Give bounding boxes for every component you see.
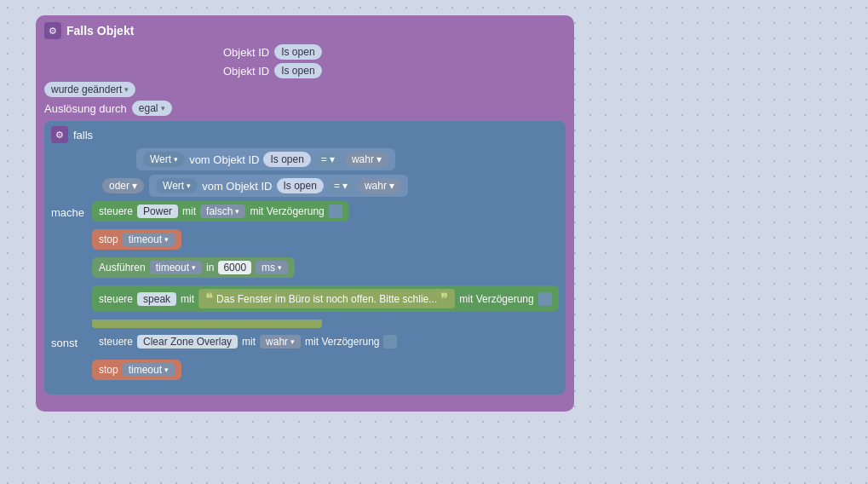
wahr-pill-sonst[interactable]: wahr ▾: [260, 335, 301, 349]
mit-label-3: mit: [242, 336, 256, 348]
mache-label: mache: [51, 201, 87, 219]
stop-block-1: stop timeout ▾: [92, 229, 181, 250]
oder-pill[interactable]: oder ▾: [102, 178, 144, 193]
steuere-label-1: steuere: [99, 205, 133, 217]
mit-verzog-label-2: mit Verzögerung: [459, 293, 533, 305]
stop-label-1: stop: [99, 233, 118, 245]
timeout-pill-2[interactable]: timeout ▾: [150, 261, 202, 274]
steuere-speak-block: steuere speak mit ❝ Das Fenster im Büro …: [92, 285, 559, 312]
sonst-section: sonst steuere Clear Zone Overlay mit wah…: [51, 331, 559, 388]
steuere-power-block: steuere Power mit falsch ▾ mit Verzögeru…: [92, 201, 349, 222]
wahr-pill-2[interactable]: wahr ▾: [358, 178, 401, 193]
vom-objekt-label-1: vom Objekt ID: [189, 153, 259, 166]
verzog-toggle-3[interactable]: [383, 335, 397, 349]
timeout-pill-3[interactable]: timeout ▾: [123, 363, 175, 377]
ausfuhren-label: Ausführen: [99, 262, 146, 274]
falls-inner-header: ⚙ falls: [51, 126, 559, 143]
eq-pill-2[interactable]: = ▾: [328, 178, 354, 193]
wurde-row: wurde geändert ▾: [44, 82, 566, 97]
main-block-container: ⚙ Falls Objekt Objekt ID Is open Objekt …: [36, 15, 574, 412]
falls-inner-block: ⚙ falls Wert ▾ vom Objekt ID Is open =: [44, 121, 566, 395]
wahr-pill-1[interactable]: wahr ▾: [345, 152, 388, 167]
stop-row-2: stop timeout ▾: [92, 360, 404, 384]
objekt-id-row-2: Objekt ID Is open: [223, 63, 566, 78]
objekt-id-label-1: Objekt ID: [223, 46, 269, 59]
oder-row: oder ▾ Wert ▾ vom Objekt ID Is open =: [102, 175, 559, 197]
is-open-cond-1[interactable]: Is open: [263, 152, 310, 167]
open-quote: ❝: [205, 291, 213, 307]
egal-pill[interactable]: egal ▾: [132, 101, 172, 116]
ausfuhren-row: Ausführen timeout ▾ in 6000 ms ▾: [92, 257, 559, 282]
auslosung-row: Auslösung durch egal ▾: [44, 101, 566, 116]
speak-tag[interactable]: speak: [137, 292, 176, 306]
mache-section: mache steuere Power mit falsch ▾ mit: [51, 201, 559, 328]
steuere-clearzone-row: steuere Clear Zone Overlay mit wahr ▾ mi…: [92, 331, 404, 356]
ms-value[interactable]: 6000: [218, 261, 251, 274]
falls-objekt-block: ⚙ Falls Objekt Objekt ID Is open Objekt …: [36, 15, 574, 412]
egal-arrow: ▾: [161, 104, 165, 112]
falls-objekt-icon: ⚙: [44, 22, 61, 39]
is-open-pill-2[interactable]: Is open: [274, 63, 321, 78]
condition-row-1: Wert ▾ vom Objekt ID Is open = ▾ wahr ▾: [136, 148, 559, 170]
clearzone-tag[interactable]: Clear Zone Overlay: [137, 335, 238, 349]
eq-pill-1[interactable]: = ▾: [315, 152, 341, 167]
mit-verzog-label-3: mit Verzögerung: [305, 336, 379, 348]
mit-label-1: mit: [182, 205, 196, 217]
stop-block-2: stop timeout ▾: [92, 360, 181, 380]
auslosung-label: Auslösung durch: [44, 102, 127, 115]
steuere-clearzone-block: steuere Clear Zone Overlay mit wahr ▾ mi…: [92, 331, 404, 352]
close-quote: ❞: [440, 291, 448, 307]
sonst-label: sonst: [51, 331, 87, 349]
wert-pill-1[interactable]: Wert ▾: [143, 152, 185, 167]
falls-objekt-title: Falls Objekt: [66, 24, 134, 37]
steuere-label-3: steuere: [99, 336, 133, 348]
is-open-cond-2[interactable]: Is open: [277, 178, 324, 193]
falsch-pill[interactable]: falsch ▾: [200, 205, 245, 218]
steuere-speak-row: steuere speak mit ❝ Das Fenster im Büro …: [92, 285, 559, 316]
stop-label-2: stop: [99, 364, 118, 376]
condition-inner-1: Wert ▾ vom Objekt ID Is open = ▾ wahr ▾: [136, 148, 395, 170]
mit-label-2: mit: [181, 293, 194, 305]
ausfuhren-block: Ausführen timeout ▾ in 6000 ms ▾: [92, 257, 295, 278]
condition-inner-2: Wert ▾ vom Objekt ID Is open = ▾ wahr ▾: [149, 175, 408, 197]
falls-icon: ⚙: [51, 126, 68, 143]
in-label: in: [206, 262, 214, 274]
mache-content: steuere Power mit falsch ▾ mit Verzögeru…: [92, 201, 559, 328]
wurde-geandert-pill[interactable]: wurde geändert ▾: [44, 82, 135, 97]
objekt-id-row-1: Objekt ID Is open: [223, 44, 566, 60]
stop-row-1: stop timeout ▾: [92, 229, 559, 254]
steuere-label-2: steuere: [99, 293, 133, 305]
wurde-arrow: ▾: [124, 85, 129, 94]
falls-label: falls: [73, 129, 93, 141]
timeout-pill-1[interactable]: timeout ▾: [123, 233, 175, 246]
sonst-content: steuere Clear Zone Overlay mit wahr ▾ mi…: [92, 331, 404, 388]
text-string-block: ❝ Das Fenster im Büro ist noch offen. Bi…: [198, 289, 455, 308]
green-bar: [92, 320, 322, 328]
verzog-toggle-2[interactable]: [538, 292, 552, 306]
mit-verzog-label-1: mit Verzögerung: [250, 205, 324, 217]
vom-objekt-label-2: vom Objekt ID: [202, 180, 272, 193]
ms-pill[interactable]: ms ▾: [256, 261, 288, 274]
power-tag[interactable]: Power: [137, 205, 178, 218]
falls-objekt-header: ⚙ Falls Objekt: [44, 22, 566, 39]
objekt-id-label-2: Objekt ID: [223, 65, 269, 78]
wert-pill-2[interactable]: Wert ▾: [156, 178, 198, 193]
text-content: Das Fenster im Büro ist noch offen. Bitt…: [216, 293, 437, 305]
is-open-pill-1[interactable]: Is open: [274, 44, 321, 60]
steuere-power-row: steuere Power mit falsch ▾ mit Verzögeru…: [92, 201, 559, 226]
verzog-toggle-1[interactable]: [329, 205, 342, 218]
